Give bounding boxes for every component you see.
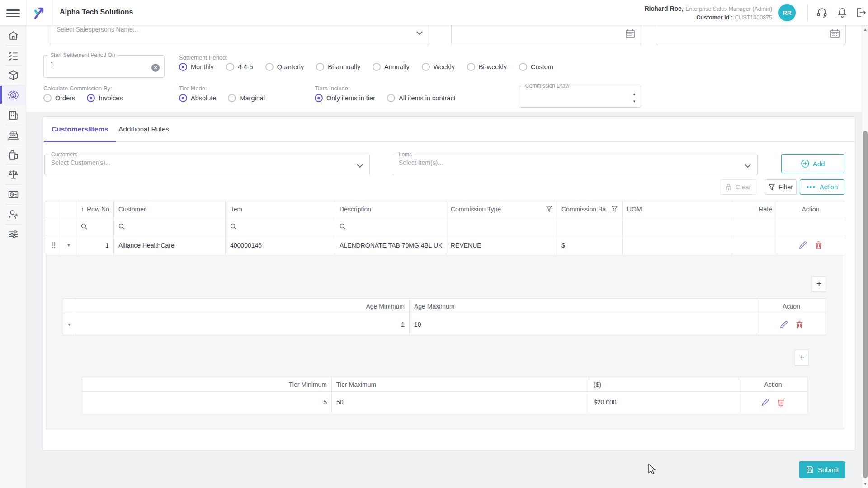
filter-funnel-icon[interactable] [612, 206, 618, 212]
radio-orders[interactable]: Orders [43, 94, 75, 102]
radio-quarterly[interactable]: Quarterly [265, 63, 304, 71]
divider [26, 0, 27, 25]
radio-only-items-in-tier[interactable]: Only items in tier [315, 94, 375, 102]
search-item[interactable] [226, 217, 335, 235]
add-button[interactable]: Add [781, 154, 844, 173]
sidebar-item-sales[interactable] [0, 125, 26, 145]
tier-mode-label: Tier Mode: [179, 85, 207, 92]
col-row-no[interactable]: ↑Row No. [76, 201, 114, 217]
col-tier-minimum[interactable]: Tier Minimum [82, 377, 332, 392]
commission-draw-input[interactable]: Commission Draw ▲▼ [519, 83, 641, 108]
scroll-up-icon[interactable]: ▲ [862, 27, 868, 32]
chevron-down-icon [416, 31, 423, 35]
sidebar-item-home[interactable] [0, 25, 26, 45]
sliders-icon [8, 229, 19, 240]
radio-invoices[interactable]: Invoices [87, 94, 123, 102]
edit-icon[interactable] [779, 320, 788, 329]
company-logo-icon[interactable] [32, 6, 46, 20]
tab-customers-items[interactable]: Customers/Items [44, 117, 116, 142]
items-select[interactable]: Items Select Item(s)... [392, 152, 758, 175]
cell-description: ALENDRONATE TAB 70MG 4BL UK [335, 235, 446, 255]
building-icon [8, 109, 19, 121]
calendar-icon[interactable] [830, 28, 840, 38]
col-description[interactable]: Description [335, 201, 446, 217]
search-row-no[interactable] [76, 217, 114, 235]
support-headset-icon[interactable] [816, 7, 827, 18]
col-rate[interactable]: Rate [732, 201, 777, 217]
radio-icon [87, 94, 95, 102]
search-description[interactable] [335, 217, 446, 235]
add-age-row-button[interactable]: + [812, 276, 826, 292]
tier-table-row: 5 50 $20.000 [82, 392, 807, 413]
filter-button[interactable]: Filter [765, 179, 797, 195]
vertical-scrollbar[interactable]: ▲ ▼ [862, 25, 868, 488]
col-item[interactable]: Item [226, 201, 335, 217]
radio-weekly[interactable]: Weekly [422, 63, 455, 71]
sidebar-item-commissions[interactable]: $ [0, 85, 26, 105]
radio-4-4-5[interactable]: 4-4-5 [226, 63, 253, 71]
radio-annually[interactable]: Annually [373, 63, 410, 71]
edit-icon[interactable] [761, 398, 769, 407]
col-commission-type[interactable]: Commission Type [446, 201, 557, 217]
add-tier-row-button[interactable]: + [795, 350, 809, 366]
cell-tier-max: 50 [332, 392, 589, 413]
col-age-maximum[interactable]: Age Maximum [410, 298, 757, 314]
radio-custom[interactable]: Custom [519, 63, 553, 71]
sidebar-item-reports[interactable] [0, 184, 26, 204]
avatar[interactable]: RR [778, 4, 796, 21]
delete-icon[interactable] [814, 241, 823, 249]
menu-toggle-icon[interactable] [6, 8, 20, 18]
clear-field-icon[interactable]: ✕ [151, 64, 160, 72]
submit-button[interactable]: Submit [799, 461, 845, 478]
sidebar-item-settings[interactable] [0, 224, 26, 244]
row-expand-toggle[interactable]: ▼ [63, 314, 75, 335]
calendar-icon[interactable] [625, 28, 635, 38]
radio-marginal[interactable]: Marginal [228, 94, 265, 102]
sidebar-item-compliance[interactable] [0, 164, 26, 184]
radio-absolute[interactable]: Absolute [179, 94, 216, 102]
logout-icon[interactable] [856, 7, 867, 18]
cell-row-no: 1 [76, 235, 114, 255]
spinner-down-icon[interactable]: ▼ [632, 99, 636, 103]
col-tier-maximum[interactable]: Tier Maximum [332, 377, 589, 392]
sidebar-item-tasks[interactable] [0, 45, 26, 65]
radio-monthly[interactable]: Monthly [179, 63, 214, 71]
radio-bi-annually[interactable]: Bi-annually [316, 63, 360, 71]
radio-icon [422, 63, 430, 71]
sidebar-item-purchases[interactable] [0, 145, 26, 164]
col-commission-basis[interactable]: Commission Ba... [557, 201, 623, 217]
search-cell [61, 217, 76, 235]
clear-button[interactable]: Clear [720, 179, 756, 195]
scrollbar-thumb[interactable] [863, 131, 868, 478]
sidebar-item-company[interactable] [0, 105, 26, 125]
radio-bi-weekly[interactable]: Bi-weekly [467, 63, 507, 71]
tiers-include-label: Tiers Include: [315, 85, 350, 92]
start-settlement-period-input[interactable]: Start Settlement Period On 1 ✕ [43, 52, 165, 78]
notifications-bell-icon[interactable] [837, 7, 848, 18]
delete-icon[interactable] [777, 398, 785, 407]
radio-icon [467, 63, 475, 71]
tab-additional-rules[interactable]: Additional Rules [111, 117, 176, 142]
col-uom[interactable]: UOM [623, 201, 732, 217]
start-settlement-period-label: Start Settlement Period On [48, 52, 117, 58]
search-customer[interactable] [114, 217, 226, 235]
scroll-down-icon[interactable]: ▼ [862, 482, 868, 486]
sidebar-item-products[interactable] [0, 65, 26, 85]
number-spinner[interactable]: ▲▼ [632, 92, 636, 103]
radio-icon [179, 94, 187, 102]
radio-all-items-in-contract[interactable]: All items in contract [387, 94, 456, 102]
customers-select[interactable]: Customers Select Customer(s)... [44, 152, 370, 175]
delete-icon[interactable] [795, 320, 804, 329]
edit-icon[interactable] [798, 241, 807, 249]
sidebar-item-add-user[interactable] [0, 204, 26, 224]
spinner-up-icon[interactable]: ▲ [632, 92, 636, 96]
col-amount[interactable]: ($) [589, 377, 739, 392]
ellipsis-icon: ••• [807, 183, 816, 191]
filter-funnel-icon[interactable] [546, 206, 552, 212]
col-customer[interactable]: Customer [114, 201, 226, 217]
action-button[interactable]: ••• Action [800, 179, 844, 195]
row-expand-toggle[interactable]: ▼ [61, 235, 76, 255]
sort-asc-icon[interactable]: ↑ [81, 206, 84, 213]
col-age-minimum[interactable]: Age Minimum [75, 298, 410, 314]
drag-handle[interactable]: •••••• [46, 235, 61, 255]
